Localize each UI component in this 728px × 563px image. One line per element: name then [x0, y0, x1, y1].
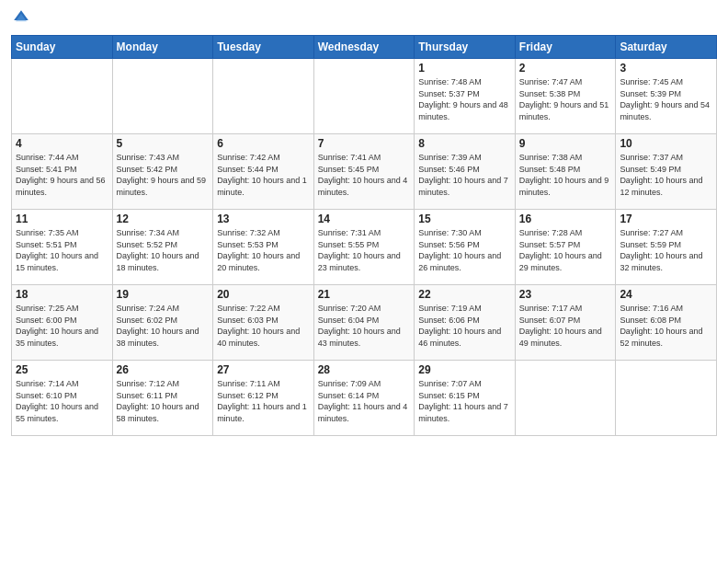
calendar-week-3: 18Sunrise: 7:25 AM Sunset: 6:00 PM Dayli…: [12, 285, 717, 361]
calendar-header-row: SundayMondayTuesdayWednesdayThursdayFrid…: [12, 36, 717, 59]
day-number: 4: [16, 137, 108, 150]
day-number: 21: [318, 288, 411, 301]
day-number: 26: [117, 363, 210, 376]
calendar-week-1: 4Sunrise: 7:44 AM Sunset: 5:41 PM Daylig…: [12, 134, 717, 210]
day-number: 9: [519, 137, 612, 150]
day-number: 5: [117, 137, 210, 150]
day-number: 11: [16, 213, 108, 225]
calendar-cell: 16Sunrise: 7:28 AM Sunset: 5:57 PM Dayli…: [515, 210, 616, 285]
calendar-cell: [616, 361, 717, 436]
calendar-cell: 6Sunrise: 7:42 AM Sunset: 5:44 PM Daylig…: [213, 134, 314, 210]
calendar-cell: 25Sunrise: 7:14 AM Sunset: 6:10 PM Dayli…: [12, 361, 113, 436]
calendar-header-monday: Monday: [112, 36, 213, 59]
calendar-header-tuesday: Tuesday: [213, 36, 314, 59]
calendar-cell: 22Sunrise: 7:19 AM Sunset: 6:06 PM Dayli…: [415, 285, 516, 361]
calendar-cell: [313, 59, 415, 134]
calendar-cell: 10Sunrise: 7:37 AM Sunset: 5:49 PM Dayli…: [616, 134, 717, 210]
day-info: Sunrise: 7:30 AM Sunset: 5:56 PM Dayligh…: [418, 227, 511, 273]
day-number: 15: [418, 213, 511, 225]
day-number: 23: [519, 288, 612, 301]
day-number: 12: [117, 213, 210, 225]
day-info: Sunrise: 7:31 AM Sunset: 5:55 PM Dayligh…: [318, 227, 411, 273]
page: SundayMondayTuesdayWednesdayThursdayFrid…: [0, 0, 728, 563]
day-info: Sunrise: 7:25 AM Sunset: 6:00 PM Dayligh…: [16, 303, 108, 349]
header: [11, 9, 717, 29]
calendar-cell: 26Sunrise: 7:12 AM Sunset: 6:11 PM Dayli…: [112, 361, 213, 436]
day-info: Sunrise: 7:28 AM Sunset: 5:57 PM Dayligh…: [519, 227, 612, 273]
day-info: Sunrise: 7:09 AM Sunset: 6:14 PM Dayligh…: [318, 378, 411, 424]
day-number: 19: [117, 288, 210, 301]
calendar-header-saturday: Saturday: [616, 36, 717, 59]
day-number: 14: [318, 213, 411, 225]
calendar-header-thursday: Thursday: [415, 36, 516, 59]
calendar-cell: 15Sunrise: 7:30 AM Sunset: 5:56 PM Dayli…: [415, 210, 516, 285]
calendar-cell: 8Sunrise: 7:39 AM Sunset: 5:46 PM Daylig…: [415, 134, 516, 210]
calendar-cell: 11Sunrise: 7:35 AM Sunset: 5:51 PM Dayli…: [12, 210, 113, 285]
day-info: Sunrise: 7:47 AM Sunset: 5:38 PM Dayligh…: [519, 76, 612, 122]
calendar-cell: 18Sunrise: 7:25 AM Sunset: 6:00 PM Dayli…: [12, 285, 113, 361]
calendar-cell: [112, 59, 213, 134]
calendar-cell: 5Sunrise: 7:43 AM Sunset: 5:42 PM Daylig…: [112, 134, 213, 210]
day-info: Sunrise: 7:35 AM Sunset: 5:51 PM Dayligh…: [16, 227, 108, 273]
calendar-header-wednesday: Wednesday: [313, 36, 415, 59]
day-info: Sunrise: 7:14 AM Sunset: 6:10 PM Dayligh…: [16, 378, 108, 424]
calendar-cell: 2Sunrise: 7:47 AM Sunset: 5:38 PM Daylig…: [515, 59, 616, 134]
day-info: Sunrise: 7:17 AM Sunset: 6:07 PM Dayligh…: [519, 303, 612, 349]
calendar-cell: [213, 59, 314, 134]
day-number: 22: [418, 288, 511, 301]
day-info: Sunrise: 7:22 AM Sunset: 6:03 PM Dayligh…: [217, 303, 310, 349]
calendar-cell: 13Sunrise: 7:32 AM Sunset: 5:53 PM Dayli…: [213, 210, 314, 285]
day-number: 6: [217, 137, 310, 150]
calendar-cell: 28Sunrise: 7:09 AM Sunset: 6:14 PM Dayli…: [313, 361, 415, 436]
calendar-cell: 27Sunrise: 7:11 AM Sunset: 6:12 PM Dayli…: [213, 361, 314, 436]
calendar-cell: 20Sunrise: 7:22 AM Sunset: 6:03 PM Dayli…: [213, 285, 314, 361]
calendar-cell: 19Sunrise: 7:24 AM Sunset: 6:02 PM Dayli…: [112, 285, 213, 361]
calendar-header-sunday: Sunday: [12, 36, 113, 59]
day-info: Sunrise: 7:41 AM Sunset: 5:45 PM Dayligh…: [318, 152, 411, 198]
calendar-cell: 7Sunrise: 7:41 AM Sunset: 5:45 PM Daylig…: [313, 134, 415, 210]
day-info: Sunrise: 7:45 AM Sunset: 5:39 PM Dayligh…: [620, 76, 712, 122]
calendar-cell: 21Sunrise: 7:20 AM Sunset: 6:04 PM Dayli…: [313, 285, 415, 361]
day-number: 2: [519, 62, 612, 75]
calendar-table: SundayMondayTuesdayWednesdayThursdayFrid…: [11, 35, 717, 436]
calendar-cell: 3Sunrise: 7:45 AM Sunset: 5:39 PM Daylig…: [616, 59, 717, 134]
day-number: 18: [16, 288, 108, 301]
day-info: Sunrise: 7:07 AM Sunset: 6:15 PM Dayligh…: [418, 378, 511, 424]
day-info: Sunrise: 7:48 AM Sunset: 5:37 PM Dayligh…: [418, 76, 511, 122]
day-number: 16: [519, 213, 612, 225]
day-info: Sunrise: 7:32 AM Sunset: 5:53 PM Dayligh…: [217, 227, 310, 273]
day-info: Sunrise: 7:44 AM Sunset: 5:41 PM Dayligh…: [16, 152, 108, 198]
calendar-week-0: 1Sunrise: 7:48 AM Sunset: 5:37 PM Daylig…: [12, 59, 717, 134]
day-info: Sunrise: 7:43 AM Sunset: 5:42 PM Dayligh…: [117, 152, 210, 198]
day-number: 13: [217, 213, 310, 225]
day-info: Sunrise: 7:27 AM Sunset: 5:59 PM Dayligh…: [620, 227, 712, 273]
day-info: Sunrise: 7:42 AM Sunset: 5:44 PM Dayligh…: [217, 152, 310, 198]
day-info: Sunrise: 7:34 AM Sunset: 5:52 PM Dayligh…: [117, 227, 210, 273]
calendar-cell: 23Sunrise: 7:17 AM Sunset: 6:07 PM Dayli…: [515, 285, 616, 361]
day-info: Sunrise: 7:24 AM Sunset: 6:02 PM Dayligh…: [117, 303, 210, 349]
logo-icon: [13, 9, 29, 26]
day-number: 24: [620, 288, 712, 301]
calendar-cell: 17Sunrise: 7:27 AM Sunset: 5:59 PM Dayli…: [616, 210, 717, 285]
day-number: 8: [418, 137, 511, 150]
day-info: Sunrise: 7:11 AM Sunset: 6:12 PM Dayligh…: [217, 378, 310, 424]
day-number: 29: [418, 363, 511, 376]
day-info: Sunrise: 7:12 AM Sunset: 6:11 PM Dayligh…: [117, 378, 210, 424]
day-number: 28: [318, 363, 411, 376]
calendar-cell: 1Sunrise: 7:48 AM Sunset: 5:37 PM Daylig…: [415, 59, 516, 134]
day-number: 1: [418, 62, 511, 75]
calendar-cell: 9Sunrise: 7:38 AM Sunset: 5:48 PM Daylig…: [515, 134, 616, 210]
day-number: 27: [217, 363, 310, 376]
day-number: 3: [620, 62, 712, 75]
day-info: Sunrise: 7:20 AM Sunset: 6:04 PM Dayligh…: [318, 303, 411, 349]
calendar-cell: [515, 361, 616, 436]
calendar-cell: 29Sunrise: 7:07 AM Sunset: 6:15 PM Dayli…: [415, 361, 516, 436]
day-info: Sunrise: 7:38 AM Sunset: 5:48 PM Dayligh…: [519, 152, 612, 198]
calendar-cell: 4Sunrise: 7:44 AM Sunset: 5:41 PM Daylig…: [12, 134, 113, 210]
day-number: 10: [620, 137, 712, 150]
day-info: Sunrise: 7:19 AM Sunset: 6:06 PM Dayligh…: [418, 303, 511, 349]
day-number: 7: [318, 137, 411, 150]
calendar-cell: 12Sunrise: 7:34 AM Sunset: 5:52 PM Dayli…: [112, 210, 213, 285]
calendar-cell: 14Sunrise: 7:31 AM Sunset: 5:55 PM Dayli…: [313, 210, 415, 285]
calendar-week-4: 25Sunrise: 7:14 AM Sunset: 6:10 PM Dayli…: [12, 361, 717, 436]
